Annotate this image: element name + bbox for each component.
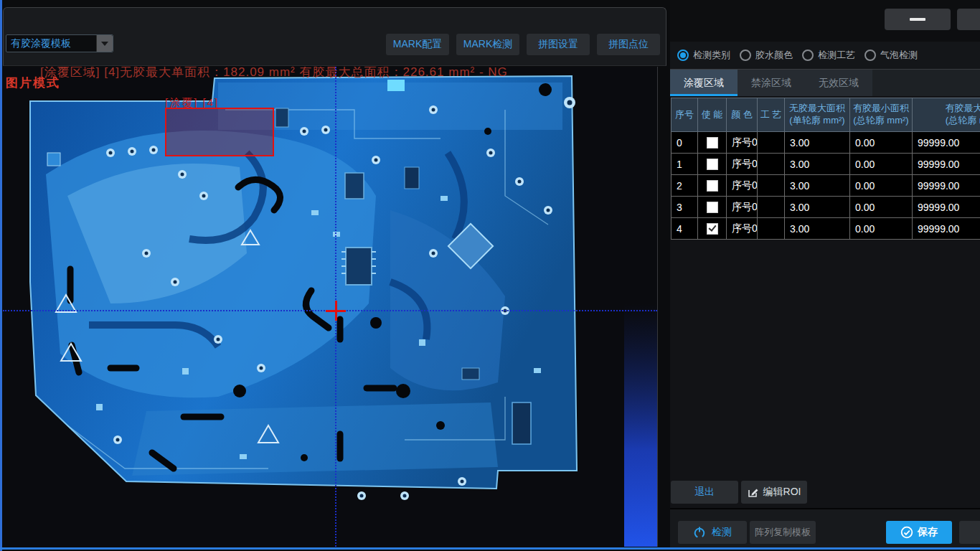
radio-detect-category[interactable]: 检测类别 [677,49,730,62]
radio-icon [864,50,876,61]
bottom-action-bar: 检测 阵列复制模板 保存 [670,508,980,547]
table-row[interactable]: 1 序号0 3.00 0.00 99999.00 [671,154,980,175]
cell-noglue-max: 3.00 [785,154,850,175]
cell-noglue-max: 3.00 [785,175,850,197]
cell-process [758,132,785,154]
cell-glue-min: 0.00 [850,132,913,154]
radio-icon [677,50,689,61]
tab-coating-region[interactable]: 涂覆区域 [670,70,738,96]
minimize-icon [910,18,925,21]
minimize-button[interactable] [885,9,951,30]
toolbar-panel: 有胶涂覆模板 MARK配置 MARK检测 拼图设置 拼图点位 [3,7,666,66]
cell-glue-max: 99999.00 [913,154,980,175]
stitch-settings-button[interactable]: 拼图设置 [527,34,590,55]
enable-checkbox[interactable] [707,137,718,149]
cell-process [758,154,785,175]
pcb-image [3,67,657,547]
cell-index: 2 [671,175,698,197]
radio-detect-process[interactable]: 检测工艺 [802,49,855,62]
detect-button[interactable]: 检测 [678,521,747,544]
detect-label: 检测 [712,526,732,539]
cell-color: 序号0 [727,218,758,240]
settings-panel: 检测类别 胶水颜色 检测工艺 气泡检测 涂覆区域 禁涂区域 无效区域 [670,0,980,547]
cell-enable [698,132,727,154]
cell-glue-min: 0.00 [850,175,913,197]
check-circle-icon [900,526,913,539]
image-mode-label: 图片模式 [6,75,60,91]
radio-icon [802,50,814,61]
window-left-accent [0,0,2,551]
edit-icon [748,486,759,498]
table-header-row: 序号 使 能 颜 色 工 艺 无胶最大面积(单轮廓 mm²) 有胶最小面积(总轮… [671,98,980,132]
exit-button[interactable]: 退出 [671,481,738,504]
mark-detect-button[interactable]: MARK检测 [456,34,519,55]
radio-bubble-detect[interactable]: 气泡检测 [864,49,918,62]
cell-glue-max: 99999.00 [913,132,980,154]
radio-label: 检测类别 [693,49,730,62]
radio-label: 检测工艺 [818,49,855,62]
edit-roi-label: 编辑ROI [763,486,801,499]
region-tabs: 涂覆区域 禁涂区域 无效区域 [670,70,980,96]
cell-index: 1 [671,154,698,175]
edit-roi-button[interactable]: 编辑ROI [741,481,807,504]
table-row[interactable]: 3 序号0 3.00 0.00 99999.00 [671,197,980,218]
array-copy-template-button[interactable]: 阵列复制模板 [750,521,816,544]
cell-glue-max: 99999.00 [913,197,980,218]
roi-region-label: [涂覆] [4] [165,96,219,110]
cell-enable [698,175,727,197]
cell-process [758,197,785,218]
window-bottom-accent [0,547,980,550]
cell-process [758,218,785,240]
cell-glue-min: 0.00 [850,197,913,218]
cell-glue-max: 99999.00 [913,218,980,240]
region-table: 序号 使 能 颜 色 工 艺 无胶最大面积(单轮廓 mm²) 有胶最小面积(总轮… [671,98,980,240]
window-button-partial[interactable] [957,9,980,30]
radio-label: 气泡检测 [880,49,918,62]
col-glue-min: 有胶最小面积(总轮廓 mm²) [850,98,913,132]
chevron-down-icon [101,42,108,46]
mark-config-button[interactable]: MARK配置 [386,34,449,55]
enable-checkbox[interactable] [707,159,718,170]
enable-checkbox[interactable] [707,202,718,213]
cell-glue-max: 99999.00 [913,175,980,197]
table-row[interactable]: 4 序号0 3.00 0.00 99999.00 [671,218,980,240]
roi-rectangle[interactable] [165,108,274,156]
application-window: 有胶涂覆模板 MARK配置 MARK检测 拼图设置 拼图点位 [0,0,980,551]
detection-mode-radio-group: 检测类别 胶水颜色 检测工艺 气泡检测 [670,42,980,70]
cell-index: 0 [671,132,698,154]
col-index: 序号 [671,98,698,132]
tab-forbidden-region[interactable]: 禁涂区域 [738,70,805,96]
col-enable: 使 能 [698,98,727,132]
cell-color: 序号0 [727,154,758,175]
cell-glue-min: 0.00 [850,154,913,175]
cell-color: 序号0 [727,175,758,197]
col-process: 工 艺 [758,98,785,132]
bottom-button-partial[interactable] [959,521,980,544]
image-viewport[interactable]: [涂覆区域] [4]无胶最大单面积：182.09 mm² 有胶最大总面积：226… [3,67,658,547]
cell-color: 序号0 [727,197,758,218]
inspection-result-text: [涂覆区域] [4]无胶最大单面积：182.09 mm² 有胶最大总面积：226… [40,67,508,80]
cell-color: 序号0 [727,132,758,154]
col-noglue-max: 无胶最大面积(单轮廓 mm²) [785,98,850,132]
save-button[interactable]: 保存 [886,521,952,544]
cell-process [758,175,785,197]
cell-enable [698,197,727,218]
col-color: 颜 色 [727,98,758,132]
radio-label: 胶水颜色 [755,49,793,62]
cell-index: 3 [671,197,698,218]
dropdown-button[interactable] [96,35,113,52]
table-row[interactable]: 0 序号0 3.00 0.00 99999.00 [671,132,980,154]
template-dropdown[interactable]: 有胶涂覆模板 [6,34,113,52]
radio-icon [740,50,751,61]
enable-checkbox[interactable] [707,223,718,235]
tab-invalid-region[interactable]: 无效区域 [805,70,872,96]
power-icon [693,526,706,539]
cell-noglue-max: 3.00 [785,132,850,154]
cell-enable [698,154,727,175]
cell-noglue-max: 3.00 [785,218,850,240]
enable-checkbox[interactable] [707,180,718,192]
cell-enable [698,218,727,240]
radio-glue-color[interactable]: 胶水颜色 [740,49,793,62]
stitch-points-button[interactable]: 拼图点位 [597,34,660,55]
table-row[interactable]: 2 序号0 3.00 0.00 99999.00 [671,175,980,197]
